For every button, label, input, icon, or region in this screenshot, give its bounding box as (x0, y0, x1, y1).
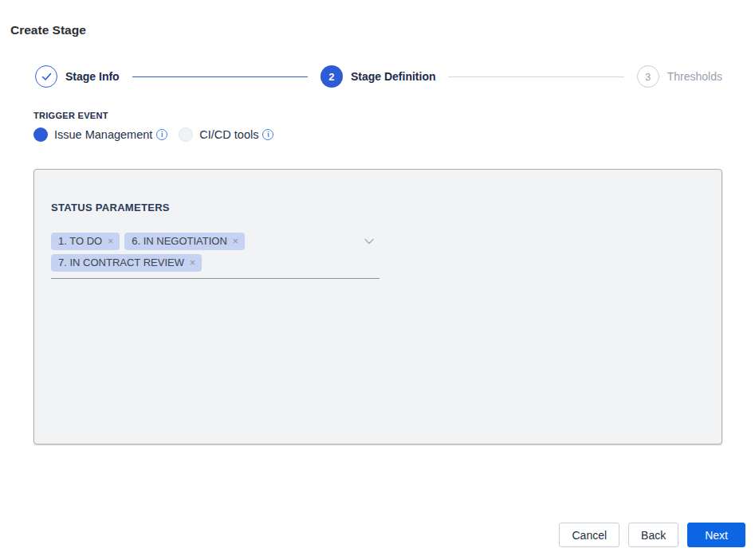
step-1-circle (35, 65, 57, 88)
chevron-down-icon[interactable] (364, 237, 375, 245)
trigger-event-options: Issue Management i CI/CD tools i (33, 127, 755, 142)
chip-label: 6. IN NEGOTIATION (132, 235, 227, 247)
step-thresholds: 3 Thresholds (637, 65, 722, 88)
step-2-label: Stage Definition (351, 70, 436, 83)
stepper-connector-done (132, 76, 308, 77)
trigger-event-label: TRIGGER EVENT (33, 111, 755, 120)
chip-remove-icon[interactable]: × (190, 258, 195, 268)
step-3-circle: 3 (637, 65, 659, 88)
step-2-circle: 2 (320, 65, 343, 88)
next-button[interactable]: Next (687, 523, 745, 547)
chip-label: 7. IN CONTRACT REVIEW (58, 257, 184, 268)
page-title: Create Stage (10, 23, 755, 37)
radio-issue-management[interactable] (33, 127, 48, 142)
status-parameters-label: STATUS PARAMETERS (51, 202, 722, 213)
step-stage-info[interactable]: Stage Info (35, 65, 120, 88)
radio-cicd-tools-label: CI/CD tools (199, 128, 258, 141)
radio-option-issue-management[interactable]: Issue Management i (33, 127, 167, 142)
stepper-connector-future (448, 76, 623, 77)
status-parameters-panel: STATUS PARAMETERS 1. TO DO × 6. IN NEGOT… (33, 169, 722, 444)
check-icon (41, 72, 52, 81)
chip-in-contract-review: 7. IN CONTRACT REVIEW × (51, 254, 202, 272)
radio-cicd-tools[interactable] (179, 127, 193, 142)
step-1-label: Stage Info (65, 70, 120, 83)
chip-to-do: 1. TO DO × (51, 233, 120, 250)
stepper: Stage Info 2 Stage Definition 3 Threshol… (35, 65, 722, 88)
info-icon[interactable]: i (262, 129, 273, 140)
status-parameters-select[interactable]: 1. TO DO × 6. IN NEGOTIATION × 7. IN CON… (51, 233, 379, 279)
cancel-button[interactable]: Cancel (559, 523, 619, 547)
chip-remove-icon[interactable]: × (233, 237, 238, 246)
chip-label: 1. TO DO (58, 235, 102, 247)
footer-actions: Cancel Back Next (559, 523, 745, 547)
step-stage-definition[interactable]: 2 Stage Definition (320, 65, 436, 88)
chip-in-negotiation: 6. IN NEGOTIATION × (124, 233, 245, 250)
info-icon[interactable]: i (156, 129, 167, 140)
radio-option-cicd-tools[interactable]: CI/CD tools i (179, 127, 273, 142)
radio-issue-management-label: Issue Management (54, 128, 152, 141)
back-button[interactable]: Back (628, 523, 678, 547)
step-3-label: Thresholds (667, 70, 722, 83)
chip-remove-icon[interactable]: × (108, 237, 113, 246)
